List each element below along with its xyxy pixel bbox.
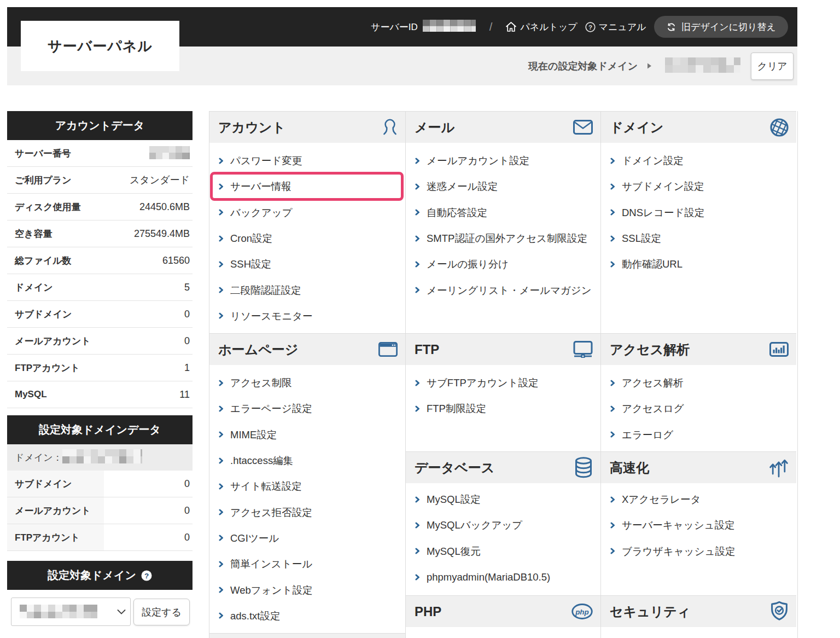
svg-text:?: ?: [144, 571, 149, 579]
svg-text:php: php: [575, 608, 589, 616]
svg-text:?: ?: [588, 24, 592, 30]
